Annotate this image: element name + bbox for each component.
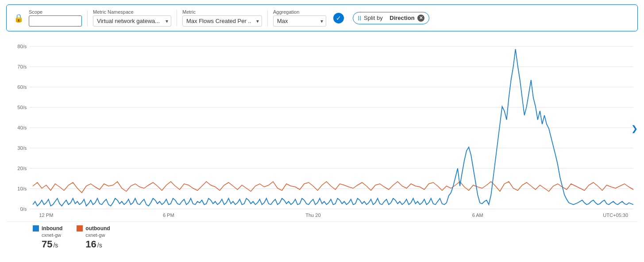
legend-inbound-value: 75/s (42, 239, 62, 250)
legend-area: inbound cxnet-gw 75/s outbound cxnet-gw … (6, 221, 638, 254)
metric-namespace-label: Metric Namespace (93, 9, 171, 15)
metric-namespace-select[interactable]: Virtual network gatewa... (93, 15, 171, 27)
legend-outbound-color (77, 225, 83, 232)
svg-text:30/s: 30/s (17, 145, 27, 151)
svg-text:70/s: 70/s (17, 64, 27, 69)
svg-text:80/s: 80/s (17, 44, 27, 49)
legend-inbound-title-row: inbound (33, 225, 62, 232)
metric-select[interactable]: Max Flows Created Per ... (182, 15, 262, 27)
outbound-line (33, 182, 633, 193)
legend-outbound-title: outbound (85, 225, 110, 232)
metric-select-wrapper: Max Flows Created Per ... (182, 15, 262, 27)
legend-outbound-value: 16/s (85, 239, 110, 250)
legend-outbound-subtitle: cxnet-gw (85, 232, 110, 238)
svg-text:40/s: 40/s (17, 125, 27, 130)
svg-text:50/s: 50/s (17, 105, 27, 110)
divider-2 (177, 10, 177, 26)
metrics-toolbar: 🔒 Scope cxnet-gw Metric Namespace Virtua… (6, 4, 638, 31)
svg-text:20/s: 20/s (17, 166, 27, 171)
metric-label: Metric (182, 9, 262, 15)
svg-text:60/s: 60/s (17, 84, 27, 90)
chart-area: .y-label { font-family: 'Segoe UI', Aria… (6, 36, 638, 221)
scope-field: Scope cxnet-gw (29, 9, 82, 27)
legend-outbound-title-row: outbound (77, 225, 110, 232)
scope-label: Scope (29, 9, 82, 15)
confirm-icon[interactable]: ✓ (333, 13, 344, 23)
svg-text:Thu 20: Thu 20 (305, 213, 320, 218)
svg-text:6 AM: 6 AM (472, 213, 483, 218)
split-by-equals (386, 15, 387, 21)
svg-text:0/s: 0/s (20, 206, 27, 212)
svg-text:10/s: 10/s (17, 186, 27, 191)
svg-text:12 PM: 12 PM (39, 213, 53, 218)
lock-icon: 🔒 (14, 13, 23, 23)
svg-text:6 PM: 6 PM (163, 213, 174, 218)
split-by-label: Split by (364, 15, 383, 21)
chart-svg: .y-label { font-family: 'Segoe UI', Aria… (6, 36, 638, 221)
divider-3 (267, 10, 268, 26)
metric-namespace-field: Metric Namespace Virtual network gatewa.… (93, 9, 171, 27)
legend-inbound-title: inbound (42, 225, 62, 232)
legend-item-inbound: inbound cxnet-gw 75/s (33, 225, 62, 250)
aggregation-select-wrapper: Max (273, 15, 326, 27)
aggregation-select[interactable]: Max (273, 15, 326, 27)
split-by-value: Direction (389, 15, 414, 21)
legend-inbound-unit: /s (53, 242, 58, 249)
split-by-close-button[interactable]: ✕ (417, 15, 424, 22)
legend-inbound-color (33, 225, 39, 232)
metric-namespace-select-wrapper: Virtual network gatewa... (93, 15, 171, 27)
scope-input[interactable]: cxnet-gw (29, 15, 82, 27)
legend-outbound-unit: /s (97, 242, 102, 249)
chart-expand-button[interactable]: ❯ (631, 124, 638, 133)
aggregation-label: Aggregation (273, 9, 326, 15)
legend-item-outbound: outbound cxnet-gw 16/s (77, 225, 110, 250)
split-by-icon: ⁞⁞ (358, 15, 361, 22)
aggregation-field: Aggregation Max (273, 9, 326, 27)
legend-inbound-subtitle: cxnet-gw (42, 232, 62, 238)
divider-1 (87, 10, 88, 26)
svg-text:UTC+05:30: UTC+05:30 (603, 213, 628, 218)
metric-field: Metric Max Flows Created Per ... (182, 9, 262, 27)
split-by-tag: ⁞⁞ Split by Direction ✕ (353, 12, 429, 24)
